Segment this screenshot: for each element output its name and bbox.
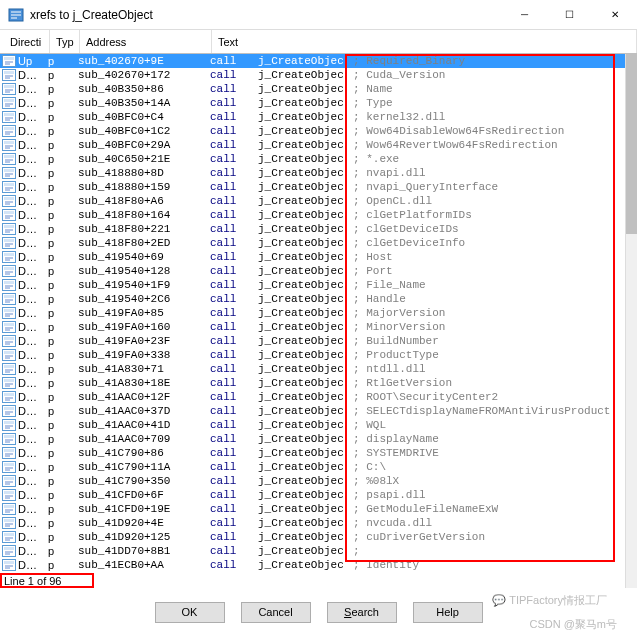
table-row[interactable]: D…psub_419FA0+338callj_CreateObjec; Prod… xyxy=(0,348,625,362)
table-row[interactable]: D…psub_41AAC0+41Dcallj_CreateObjec; WQL xyxy=(0,418,625,432)
table-row[interactable]: D…psub_41A830+18Ecallj_CreateObjec; RtlG… xyxy=(0,376,625,390)
cell-type: p xyxy=(48,475,78,487)
cell-instr: call xyxy=(210,377,258,389)
xref-list[interactable]: Uppsub_402670+9Ecallj_CreateObjec; Requi… xyxy=(0,54,625,588)
cell-direction: D… xyxy=(18,97,48,109)
svg-rect-18 xyxy=(4,127,14,130)
header-type[interactable]: Typ xyxy=(50,30,80,53)
help-button[interactable]: Help xyxy=(413,602,483,623)
svg-rect-111 xyxy=(4,561,14,564)
table-row[interactable]: D…psub_40C650+21Ecallj_CreateObjec; *.ex… xyxy=(0,152,625,166)
table-row[interactable]: D…psub_419540+2C6callj_CreateObjec; Hand… xyxy=(0,292,625,306)
cell-address: sub_418880+159 xyxy=(78,181,210,193)
cell-direction: D… xyxy=(18,195,48,207)
xref-icon xyxy=(0,111,18,123)
close-button[interactable]: ✕ xyxy=(592,0,637,29)
table-row[interactable]: D…psub_41CFD0+19Ecallj_CreateObjec; GetM… xyxy=(0,502,625,516)
table-row[interactable]: D…psub_41AAC0+709callj_CreateObjec; disp… xyxy=(0,432,625,446)
xref-icon xyxy=(0,97,18,109)
cell-type: p xyxy=(48,321,78,333)
table-row[interactable]: D…psub_40BFC0+C4callj_CreateObjec; kerne… xyxy=(0,110,625,124)
cell-instr: call xyxy=(210,461,258,473)
table-row[interactable]: D…psub_41D920+4Ecallj_CreateObjec; nvcud… xyxy=(0,516,625,530)
table-row[interactable]: D…psub_41CFD0+6Fcallj_CreateObjec; psapi… xyxy=(0,488,625,502)
table-row[interactable]: D…psub_418F80+2EDcallj_CreateObjec; clGe… xyxy=(0,236,625,250)
cell-type: p xyxy=(48,265,78,277)
table-row[interactable]: D…psub_41ECB0+AAcallj_CreateObjec; Ident… xyxy=(0,558,625,572)
table-row[interactable]: D…psub_419540+128callj_CreateObjec; Port xyxy=(0,264,625,278)
table-row[interactable]: D…psub_41C790+11Acallj_CreateObjec; C:\ xyxy=(0,460,625,474)
table-row[interactable]: D…psub_41AAC0+12Fcallj_CreateObjec; ROOT… xyxy=(0,390,625,404)
xref-icon xyxy=(0,195,18,207)
cell-type: p xyxy=(48,195,78,207)
table-row[interactable]: D…psub_419FA0+85callj_CreateObjec; Major… xyxy=(0,306,625,320)
cell-direction: D… xyxy=(18,265,48,277)
cell-target: j_CreateObjec xyxy=(258,279,353,291)
svg-rect-24 xyxy=(4,155,14,158)
table-row[interactable]: D…psub_41C790+350callj_CreateObjec; %08l… xyxy=(0,474,625,488)
cell-direction: D… xyxy=(18,209,48,221)
cell-address: sub_41AAC0+12F xyxy=(78,391,210,403)
table-row[interactable]: D…psub_40BFC0+1C2callj_CreateObjec; Wow6… xyxy=(0,124,625,138)
cell-string: ; SELECTdisplayNameFROMAntiVirusProduct xyxy=(353,405,625,417)
header-text[interactable]: Text xyxy=(212,30,637,53)
cell-address: sub_41C790+11A xyxy=(78,461,210,473)
svg-rect-81 xyxy=(4,421,14,424)
cell-address: sub_41DD70+8B1 xyxy=(78,545,210,557)
table-row[interactable]: D…psub_402670+172callj_CreateObjec; Cuda… xyxy=(0,68,625,82)
table-row[interactable]: D…psub_418880+159callj_CreateObjec; nvap… xyxy=(0,180,625,194)
search-button[interactable]: Search xyxy=(327,602,397,623)
cell-direction: D… xyxy=(18,433,48,445)
table-row[interactable]: D…psub_41DD70+8B1callj_CreateObjec; xyxy=(0,544,625,558)
table-row[interactable]: Uppsub_402670+9Ecallj_CreateObjec; Requi… xyxy=(0,54,625,68)
cell-type: p xyxy=(48,97,78,109)
table-row[interactable]: D…psub_419FA0+160callj_CreateObjec; Mino… xyxy=(0,320,625,334)
table-row[interactable]: D…psub_40B350+14Acallj_CreateObjec; Type xyxy=(0,96,625,110)
maximize-button[interactable]: ☐ xyxy=(547,0,592,29)
table-row[interactable]: D…psub_41D920+125callj_CreateObjec; cuDr… xyxy=(0,530,625,544)
cell-address: sub_418F80+A6 xyxy=(78,195,210,207)
cell-string: ; kernel32.dll xyxy=(353,111,625,123)
cell-string: ; displayName xyxy=(353,433,625,445)
table-row[interactable]: D…psub_419FA0+23Fcallj_CreateObjec; Buil… xyxy=(0,334,625,348)
cell-direction: D… xyxy=(18,349,48,361)
table-row[interactable]: D…psub_41A830+71callj_CreateObjec; ntdll… xyxy=(0,362,625,376)
minimize-button[interactable]: ─ xyxy=(502,0,547,29)
header-direction[interactable]: Directi xyxy=(4,30,50,53)
table-row[interactable]: D…psub_40B350+86callj_CreateObjec; Name xyxy=(0,82,625,96)
cell-type: p xyxy=(48,335,78,347)
cell-string: ; Wow64RevertWow64FsRedirection xyxy=(353,139,625,151)
window-controls: ─ ☐ ✕ xyxy=(502,0,637,29)
table-row[interactable]: D…psub_41C790+86callj_CreateObjec; SYSTE… xyxy=(0,446,625,460)
cell-instr: call xyxy=(210,209,258,221)
cell-target: j_CreateObjec xyxy=(258,391,353,403)
svg-rect-60 xyxy=(4,323,14,326)
cell-target: j_CreateObjec xyxy=(258,489,353,501)
xref-icon xyxy=(0,419,18,431)
table-row[interactable]: D…psub_419540+1F9callj_CreateObjec; File… xyxy=(0,278,625,292)
xref-icon xyxy=(0,461,18,473)
table-row[interactable]: D…psub_41AAC0+37Dcallj_CreateObjec; SELE… xyxy=(0,404,625,418)
cell-type: p xyxy=(48,293,78,305)
scrollbar[interactable] xyxy=(625,54,637,588)
cell-instr: call xyxy=(210,503,258,515)
table-row[interactable]: D…psub_40BFC0+29Acallj_CreateObjec; Wow6… xyxy=(0,138,625,152)
cell-target: j_CreateObjec xyxy=(258,83,353,95)
cell-instr: call xyxy=(210,489,258,501)
table-row[interactable]: D…psub_418880+8Dcallj_CreateObjec; nvapi… xyxy=(0,166,625,180)
cell-instr: call xyxy=(210,349,258,361)
scrollbar-thumb[interactable] xyxy=(626,54,637,234)
ok-button[interactable]: OK xyxy=(155,602,225,623)
cell-target: j_CreateObjec xyxy=(258,307,353,319)
table-row[interactable]: D…psub_418F80+221callj_CreateObjec; clGe… xyxy=(0,222,625,236)
cell-direction: D… xyxy=(18,139,48,151)
cancel-button[interactable]: Cancel xyxy=(241,602,311,623)
header-address[interactable]: Address xyxy=(80,30,212,53)
table-row[interactable]: D…psub_418F80+164callj_CreateObjec; clGe… xyxy=(0,208,625,222)
table-row[interactable]: D…psub_419540+69callj_CreateObjec; Host xyxy=(0,250,625,264)
svg-rect-69 xyxy=(4,365,14,368)
xref-icon xyxy=(0,447,18,459)
xref-icon xyxy=(0,251,18,263)
cell-string: ; Wow64DisableWow64FsRedirection xyxy=(353,125,625,137)
table-row[interactable]: D…psub_418F80+A6callj_CreateObjec; OpenC… xyxy=(0,194,625,208)
